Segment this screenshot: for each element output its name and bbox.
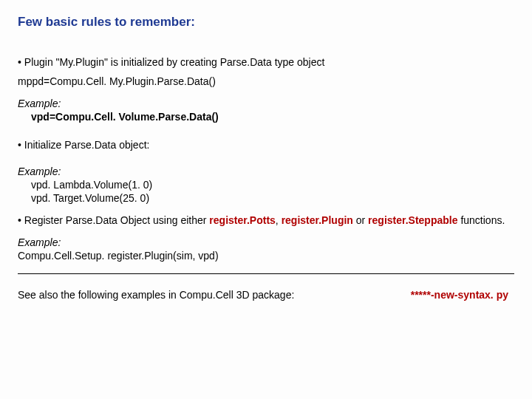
register-text-suffix: functions. bbox=[458, 214, 505, 226]
divider bbox=[18, 273, 514, 274]
footer-row: See also the following examples in Compu… bbox=[18, 289, 514, 301]
example2-line1: vpd. Lambda.Volume(1. 0) bbox=[31, 179, 514, 191]
example-body-2: vpd. Lambda.Volume(1. 0) vpd. Target.Vol… bbox=[18, 179, 514, 204]
page-title: Few basic rules to remember: bbox=[18, 15, 514, 30]
example-body-1: vpd=Compu.Cell. Volume.Parse.Data() bbox=[18, 111, 514, 123]
register-sep1: , bbox=[276, 214, 282, 226]
footer-left-text: See also the following examples in Compu… bbox=[18, 289, 294, 301]
register-plugin-fn: register.Plugin bbox=[282, 214, 353, 226]
register-potts-fn: register.Potts bbox=[209, 214, 275, 226]
register-text-prefix: • Register Parse.Data Object using eithe… bbox=[18, 214, 209, 226]
footer-right-text: *****-new-syntax. py bbox=[411, 289, 514, 301]
bullet-plugin-init: • Plugin "My.Plugin" is initialized by c… bbox=[18, 56, 514, 68]
example-body-3: Compu.Cell.Setup. register.Plugin(sim, v… bbox=[18, 250, 514, 262]
example-label-3: Example: bbox=[18, 236, 514, 248]
example-label-1: Example: bbox=[18, 98, 514, 109]
example-label-2: Example: bbox=[18, 166, 514, 177]
code-mppd: mppd=Compu.Cell. My.Plugin.Parse.Data() bbox=[18, 75, 514, 87]
example2-line2: vpd. Target.Volume(25. 0) bbox=[31, 192, 514, 204]
bullet-register: • Register Parse.Data Object using eithe… bbox=[18, 214, 514, 226]
bullet-init-object: • Initialize Parse.Data object: bbox=[18, 139, 514, 151]
register-sep2: or bbox=[353, 214, 368, 226]
register-steppable-fn: register.Steppable bbox=[368, 214, 457, 226]
